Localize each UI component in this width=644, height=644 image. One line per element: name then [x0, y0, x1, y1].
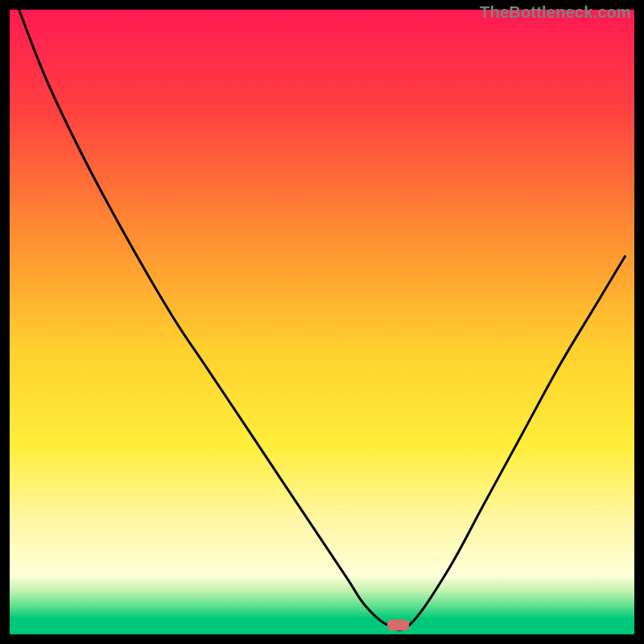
target-marker	[387, 619, 409, 630]
chart-frame: TheBottleneck.com	[0, 0, 644, 644]
chart-svg	[10, 10, 634, 634]
plot-area	[10, 10, 634, 634]
